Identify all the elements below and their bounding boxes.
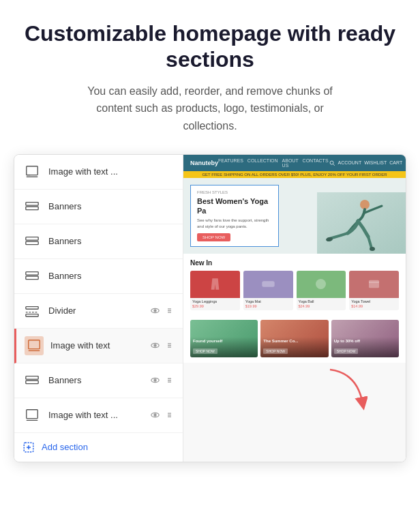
banners-icon [22,371,42,390]
svg-rect-31 [27,409,38,418]
sidebar-item-divider[interactable]: Divider [14,294,183,329]
page-container: Customizable homepage with ready section… [0,0,420,476]
hero-title: Best Women's Yoga Pa [197,196,272,216]
drag-icon[interactable] [164,375,175,385]
hero-cta-button[interactable]: SHOP NOW [197,233,230,241]
product-price-2: $19.99 [243,304,293,310]
product-card-3[interactable]: Yoga Ball $24.99 [297,271,346,310]
product-price-3: $24.99 [297,304,346,310]
divider-icon [22,301,42,321]
product-card-2[interactable]: Yoga Mat $19.99 [243,271,293,310]
svg-rect-7 [26,271,38,275]
collection-card-2[interactable]: The Summer Co... SHOP NOW [260,320,328,357]
yoga-figure-svg [317,192,406,254]
collection-btn-1[interactable]: SHOP NOW [193,348,217,354]
collection-overlay-1: Found yourself SHOP NOW [190,337,258,357]
collection-card-1[interactable]: Found yourself SHOP NOW [190,320,258,357]
hero-description: See why fans love the support, strength … [197,218,272,229]
svg-rect-4 [26,207,38,210]
search-icon [329,160,335,166]
sidebar-item-label: Banners [48,271,175,281]
image-text-icon [22,162,42,181]
sidebar-item-banners-2[interactable]: Banners [14,224,183,259]
sidebar-item-actions [150,410,175,420]
sidebar-item-actions [150,306,175,316]
leggings-icon [207,276,224,293]
collection-overlay-2: The Summer Co... SHOP NOW [260,337,328,357]
image-text-icon [22,406,42,425]
collection-btn-3[interactable]: SHOP NOW [334,348,359,354]
svg-rect-9 [26,306,38,309]
hero-section: FRESH STYLES Best Women's Yoga Pa See wh… [183,178,406,254]
collection-title-2: The Summer Co... [263,339,325,343]
eye-icon[interactable] [150,340,160,351]
eye-icon[interactable] [150,306,160,316]
collection-card-3[interactable]: Up to 30% off SHOP NOW [331,320,399,357]
sidebar-item-banners-4[interactable]: Banners [14,363,183,398]
sidebar-item-label: Banners [48,375,143,385]
product-image-2 [243,271,293,298]
eye-icon[interactable] [150,410,160,420]
sidebar-item-banners-1[interactable]: Banners [14,190,183,224]
sidebar-item-label: Divider [48,306,143,316]
svg-point-46 [370,247,375,251]
sidebar-item-actions [150,340,175,351]
mockup-container: Image with text ... Banners [14,154,406,462]
sidebar-item-image-text-2[interactable]: Image with text [14,329,183,363]
new-in-section: New In Yoga Leggings $29.99 [183,254,406,316]
sidebar-item-actions [150,375,175,385]
drag-icon[interactable] [164,340,175,351]
header-section: Customizable homepage with ready section… [14,20,406,135]
page-subtitle: You can easily add, reorder, and remove … [80,83,340,135]
sidebar-item-label: Banners [48,201,175,211]
svg-point-34 [154,414,156,416]
svg-point-20 [154,344,156,346]
product-card-1[interactable]: Yoga Leggings $29.99 [190,271,240,310]
banners-icon [22,267,42,286]
hero-text-box: FRESH STYLES Best Women's Yoga Pa See wh… [190,185,279,247]
drag-icon[interactable] [164,306,175,316]
svg-rect-6 [26,241,38,245]
add-section-label: Add section [42,442,88,452]
product-image-3 [297,271,346,298]
mat-icon [260,276,277,293]
cart-icon [405,160,406,166]
sidebar-item-label: Image with text [50,340,143,351]
sidebar-item-image-text-3[interactable]: Image with text ... [14,398,183,433]
eye-icon[interactable] [150,375,160,385]
sidebar-item-label: Image with text ... [48,410,143,420]
product-image-4 [349,271,399,298]
product-price-1: $29.99 [190,304,240,310]
towel-icon [365,276,382,293]
hero-image [317,192,406,254]
collection-title-3: Up to 30% off [334,339,396,343]
add-section-icon [22,441,35,453]
products-row: Yoga Leggings $29.99 Yoga Mat $19.99 [190,271,399,310]
svg-rect-25 [26,381,38,384]
product-title-3: Yoga Ball [297,298,346,304]
collection-btn-2[interactable]: SHOP NOW [263,348,288,354]
product-price-4: $14.99 [349,304,399,310]
svg-rect-5 [26,237,38,240]
ball-icon [312,276,329,293]
drag-arrow-indicator [316,366,368,421]
store-nav: FEATURES COLLECTION ABOUT US CONTACTS [218,158,329,168]
svg-line-42 [333,164,334,165]
new-in-title: New In [190,259,399,267]
svg-rect-24 [26,376,38,379]
sidebar-item-image-text-1[interactable]: Image with text ... [14,155,183,190]
svg-point-48 [316,279,326,289]
svg-rect-11 [26,314,38,316]
sidebar-item-label: Banners [48,236,175,246]
sidebar-item-banners-3[interactable]: Banners [14,259,183,294]
banners-icon [22,197,42,216]
svg-point-41 [330,161,333,164]
svg-point-13 [154,310,156,312]
product-card-4[interactable]: Yoga Towel $14.99 [349,271,399,310]
add-section-button[interactable]: Add section [14,433,183,462]
sidebar-panel: Image with text ... Banners [14,155,183,462]
drag-icon[interactable] [164,410,175,420]
product-title-1: Yoga Leggings [190,298,240,304]
sidebar-item-label: Image with text ... [48,166,175,177]
product-title-2: Yoga Mat [243,298,293,304]
